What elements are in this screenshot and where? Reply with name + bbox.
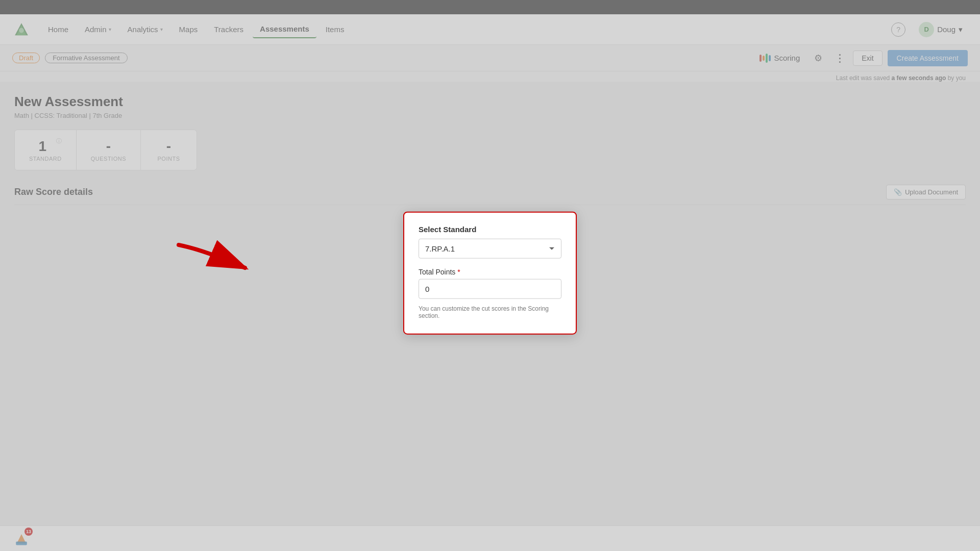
modal-card: Select Standard 7.RP.A.1 Total Points * … <box>403 212 577 335</box>
stat-points: - POINTS <box>141 130 197 170</box>
points-label: POINTS <box>155 156 182 162</box>
notification-badge: 13 <box>24 528 33 536</box>
divider <box>14 205 966 205</box>
nav-assessments[interactable]: Assessments <box>253 20 316 38</box>
cut-scores-hint: You can customize the cut scores in the … <box>419 305 561 319</box>
user-name: Doug <box>937 25 955 34</box>
exit-button[interactable]: Exit <box>853 51 882 66</box>
help-icon[interactable]: ? <box>891 22 905 37</box>
total-points-input[interactable] <box>419 279 561 299</box>
paperclip-icon: 📎 <box>894 188 902 196</box>
nav-home[interactable]: Home <box>41 21 76 38</box>
navbar: Home Admin ▾ Analytics ▾ Maps Trackers A… <box>0 14 980 45</box>
nav-trackers[interactable]: Trackers <box>207 21 251 38</box>
nav-items[interactable]: Items <box>318 21 352 38</box>
total-points-label: Total Points * <box>419 268 561 276</box>
upload-label: Upload Document <box>905 188 958 196</box>
assessment-header: New Assessment Math | CCSS: Traditional … <box>14 94 966 119</box>
raw-score-title: Raw Score details <box>14 187 93 197</box>
navbar-right: ? D Doug ▾ <box>891 19 968 40</box>
chevron-down-icon: ▾ <box>109 27 111 32</box>
stat-questions: - QUESTIONS <box>77 130 141 170</box>
upload-document-button[interactable]: 📎 Upload Document <box>886 185 966 199</box>
top-bar <box>0 0 980 14</box>
scoring-button[interactable]: Scoring <box>754 52 805 65</box>
avatar: D <box>919 22 934 37</box>
nav-maps[interactable]: Maps <box>172 21 205 38</box>
nav-admin[interactable]: Admin ▾ <box>78 21 118 38</box>
last-saved-bar: Last edit was saved a few seconds ago by… <box>0 71 980 82</box>
scoring-chart-icon <box>760 54 771 63</box>
bottom-logo: 13 <box>12 530 31 548</box>
assessment-title: New Assessment <box>14 94 966 110</box>
assessment-meta: Math | CCSS: Traditional | 7th Grade <box>14 112 966 119</box>
points-count: - <box>155 138 182 155</box>
standard-label: STANDARD <box>29 156 62 162</box>
select-standard-label: Select Standard <box>419 225 561 234</box>
svg-point-2 <box>19 28 24 33</box>
user-menu[interactable]: D Doug ▾ <box>914 19 968 40</box>
sub-header-left: Draft Formative Assessment <box>12 53 128 63</box>
settings-button[interactable]: ⚙ <box>810 50 826 66</box>
bottom-bar: 13 <box>0 525 980 551</box>
scoring-label: Scoring <box>774 54 800 62</box>
last-saved-suffix: by you <box>946 74 966 82</box>
last-saved-prefix: Last edit was saved <box>836 74 892 82</box>
questions-count: - <box>91 138 126 155</box>
create-assessment-button[interactable]: Create Assessment <box>888 50 968 66</box>
questions-label: QUESTIONS <box>91 156 126 162</box>
info-icon[interactable]: ⓘ <box>56 137 62 145</box>
draft-badge[interactable]: Draft <box>12 53 40 63</box>
required-indicator: * <box>455 268 460 276</box>
raw-score-header: Raw Score details 📎 Upload Document <box>14 185 966 199</box>
nav-links: Home Admin ▾ Analytics ▾ Maps Trackers A… <box>41 20 891 38</box>
svg-rect-5 <box>16 541 27 545</box>
more-options-button[interactable]: ⋮ <box>831 50 848 66</box>
formative-badge[interactable]: Formative Assessment <box>45 53 128 63</box>
standard-select[interactable]: 7.RP.A.1 <box>419 239 561 259</box>
app-logo[interactable] <box>12 20 31 39</box>
bottom-logo-icon: 13 <box>12 530 31 548</box>
sub-header: Draft Formative Assessment Scoring ⚙ ⋮ E… <box>0 45 980 71</box>
stats-row: ⓘ 1 STANDARD - QUESTIONS - POINTS <box>14 130 966 170</box>
last-saved-time: a few seconds ago <box>892 74 946 82</box>
chevron-down-icon: ▾ <box>959 25 963 34</box>
sub-header-right: Scoring ⚙ ⋮ Exit Create Assessment <box>754 50 968 66</box>
stat-standard: ⓘ 1 STANDARD <box>14 130 77 170</box>
nav-analytics[interactable]: Analytics ▾ <box>120 21 170 38</box>
chevron-down-icon: ▾ <box>160 27 163 32</box>
